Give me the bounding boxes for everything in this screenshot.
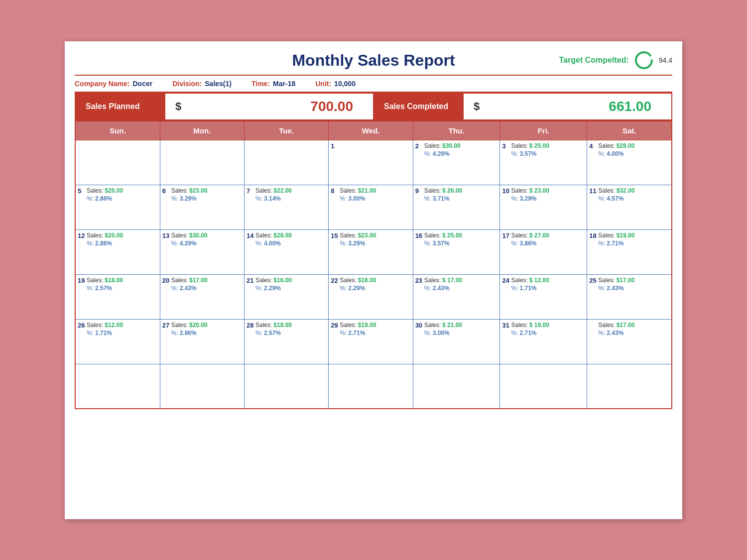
- target-value: 94.4: [659, 56, 672, 64]
- day-number: 31: [502, 322, 511, 362]
- pct-label: %:: [511, 150, 518, 157]
- sales-value: $16.00: [273, 277, 292, 284]
- report-header: Monthly Sales Report Target Compelted: 9…: [75, 51, 672, 76]
- sales-value: $20.00: [105, 187, 123, 194]
- day-number: 22: [331, 277, 340, 317]
- division-label: Division:: [172, 80, 202, 88]
- sales-value: $ 26.00: [442, 187, 462, 194]
- sales-value: $18.00: [273, 322, 292, 329]
- calendar-cell: [160, 140, 244, 185]
- planned-dollar: $: [175, 100, 181, 113]
- day-number: 26: [78, 322, 87, 362]
- day-header: Tue.: [244, 121, 328, 140]
- calendar-cell: [160, 364, 244, 409]
- pct-label: %:: [511, 240, 518, 247]
- sales-label: Sales:: [171, 232, 188, 239]
- sales-value: $22.00: [273, 187, 292, 194]
- day-number: 25: [589, 277, 598, 317]
- calendar-cell: 17Sales:$ 27.00%:3.86%: [500, 229, 587, 274]
- sales-label: Sales:: [598, 277, 615, 284]
- pct-value: 3.71%: [433, 195, 450, 202]
- sales-value: $ 17.00: [442, 277, 462, 284]
- pct-value: 3.00%: [348, 195, 365, 202]
- sales-label: Sales:: [424, 277, 441, 284]
- svg-point-0: [636, 52, 652, 68]
- sales-value: $ 23.00: [529, 187, 549, 194]
- calendar-cell: [244, 364, 328, 409]
- sales-value: $28.00: [273, 232, 292, 239]
- sales-value: $23.00: [358, 232, 376, 239]
- sales-label: Sales:: [598, 232, 615, 239]
- calendar-cell: 11Sales:$32.00%:4.57%: [587, 185, 672, 229]
- sales-label: Sales:: [171, 187, 188, 194]
- day-number: 12: [78, 232, 87, 272]
- day-number: 14: [247, 232, 255, 272]
- day-number: 29: [331, 322, 340, 362]
- pct-value: 2.71%: [348, 330, 365, 336]
- day-header: Wed.: [329, 121, 413, 140]
- info-row: Company Name: Docer Division: Sales(1) T…: [75, 76, 672, 93]
- company-label: Company Name:: [75, 80, 129, 88]
- pct-value: 2.86%: [95, 195, 112, 202]
- day-number: 16: [415, 232, 424, 272]
- pct-value: 3.29%: [519, 195, 536, 202]
- sales-label: Sales:: [598, 187, 615, 194]
- sales-label: Sales:: [87, 277, 103, 284]
- calendar-cell: 4Sales:$28.00%:4.00%: [587, 140, 672, 185]
- pct-value: 2.43%: [433, 285, 450, 292]
- pct-value: 2.86%: [95, 240, 112, 247]
- sales-label: Sales:: [424, 322, 441, 329]
- calendar-cell: Sales:$17.00%:2.43%: [587, 319, 672, 364]
- sales-value: $20.00: [105, 232, 123, 239]
- pct-value: 2.86%: [180, 330, 197, 336]
- sales-value: $19.00: [358, 322, 376, 329]
- sales-value: $20.00: [189, 322, 208, 329]
- day-number: 2: [415, 142, 424, 183]
- pct-label: %:: [598, 240, 605, 247]
- pct-label: %:: [87, 195, 94, 202]
- day-number: 28: [247, 322, 255, 362]
- totals-completed-section: $ 661.00: [464, 94, 671, 119]
- calendar-cell: [500, 364, 587, 409]
- pct-value: 1.71%: [519, 285, 536, 292]
- pct-value: 2.29%: [348, 285, 365, 292]
- calendar-cell: [75, 364, 160, 409]
- pct-label: %:: [171, 240, 178, 247]
- sales-label: Sales:: [255, 187, 272, 194]
- sales-label: Sales:: [340, 187, 356, 194]
- sales-value: $18.00: [105, 277, 123, 284]
- day-number: 15: [331, 232, 340, 272]
- pct-label: %:: [424, 195, 431, 202]
- pct-value: 2.29%: [264, 285, 281, 292]
- sales-value: $21.00: [358, 187, 376, 194]
- pct-value: 1.71%: [95, 330, 112, 336]
- calendar-cell: [329, 364, 413, 409]
- pct-label: %:: [598, 195, 605, 202]
- pct-label: %:: [340, 285, 347, 292]
- sales-value: $ 27.00: [529, 232, 549, 239]
- pct-label: %:: [171, 285, 178, 292]
- day-number: 9: [415, 187, 424, 227]
- calendar-cell: [75, 140, 160, 185]
- calendar-cell: 18Sales:$19.00%:2.71%: [587, 229, 672, 274]
- pct-value: 4.29%: [433, 150, 450, 157]
- pct-label: %:: [255, 285, 262, 292]
- day-header: Sun.: [75, 121, 160, 140]
- sales-value: $30.00: [442, 142, 461, 149]
- sales-label: Sales:: [424, 187, 441, 194]
- day-number: 23: [415, 277, 424, 317]
- totals-row: Sales Planned $ 700.00 Sales Completed $…: [75, 93, 672, 120]
- calendar-cell: 3Sales:$ 25.00%:3.57%: [500, 140, 587, 185]
- unit-value: 10,000: [334, 80, 356, 88]
- planned-amount: 700.00: [310, 99, 363, 114]
- day-number: 1: [331, 142, 340, 183]
- target-section: Target Compelted: 94.4: [559, 50, 672, 70]
- calendar-cell: [244, 140, 328, 185]
- pct-label: %:: [87, 240, 94, 247]
- pct-value: 3.57%: [519, 150, 536, 157]
- sales-label: Sales:: [511, 232, 527, 239]
- day-number: 27: [162, 322, 171, 362]
- pct-label: %:: [171, 330, 178, 336]
- calendar-cell: 19Sales:$18.00%:2.57%: [75, 274, 160, 319]
- pct-value: 3.14%: [264, 195, 281, 202]
